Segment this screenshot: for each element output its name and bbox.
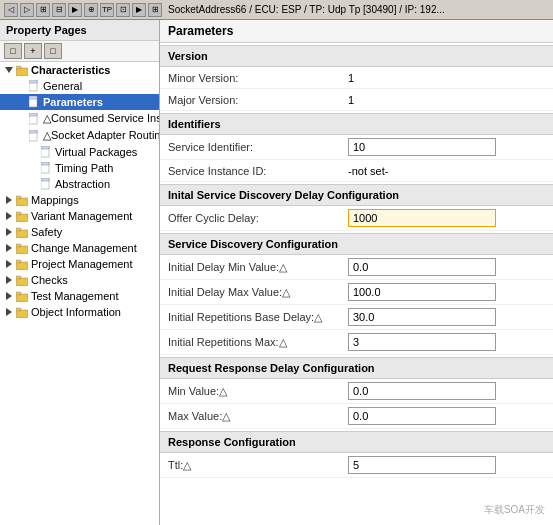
tree-item-label-abstraction: Abstraction xyxy=(55,178,110,190)
param-input-service-discovery-1[interactable] xyxy=(348,283,496,301)
param-label-version-0: Minor Version: xyxy=(168,72,348,84)
svg-rect-27 xyxy=(16,276,21,279)
tree-item-test[interactable]: Test Management xyxy=(0,288,159,304)
tree-item-label-checks: Checks xyxy=(31,274,68,286)
tree-item-variant[interactable]: Variant Management xyxy=(0,208,159,224)
tree-item-label-virtual: Virtual Packages xyxy=(55,146,137,158)
nav-icon-5[interactable]: ▶ xyxy=(68,3,82,17)
svg-rect-11 xyxy=(41,146,49,149)
param-row-version-0: Minor Version:1 xyxy=(160,67,553,89)
param-value-request-response-delay-0 xyxy=(348,382,545,400)
param-row-response-config-0: Ttl:△ xyxy=(160,453,553,478)
param-input-response-config-0[interactable] xyxy=(348,456,496,474)
tree-item-checks[interactable]: Checks xyxy=(0,272,159,288)
tree-item-general[interactable]: General xyxy=(0,78,159,94)
param-value-service-discovery-0 xyxy=(348,258,545,276)
toolbar-collapse-btn[interactable]: □ xyxy=(4,43,22,59)
param-value-version-0: 1 xyxy=(348,72,545,84)
nav-icon-7[interactable]: TP xyxy=(100,3,114,17)
param-value-response-config-0 xyxy=(348,456,545,474)
tree-item-change[interactable]: Change Management xyxy=(0,240,159,256)
nav-icon-9[interactable]: ▶ xyxy=(132,3,146,17)
expand-icon-socket-adapter xyxy=(16,131,26,141)
svg-rect-23 xyxy=(16,244,21,247)
nav-icon-8[interactable]: ⊡ xyxy=(116,3,130,17)
item-icon-change xyxy=(16,242,28,254)
item-icon-characteristics xyxy=(16,64,28,76)
tree-item-label-variant: Variant Management xyxy=(31,210,132,222)
expand-icon-mappings xyxy=(4,195,14,205)
nav-icon-4[interactable]: ⊟ xyxy=(52,3,66,17)
tree-item-label-mappings: Mappings xyxy=(31,194,79,206)
param-row-identifiers-1: Service Instance ID:-not set- xyxy=(160,160,553,182)
svg-rect-3 xyxy=(29,80,37,83)
tree-item-timing[interactable]: Timing Path xyxy=(0,160,159,176)
tree-item-label-characteristics: Characteristics xyxy=(31,64,111,76)
tree-container: Characteristics General Parameters △Cons… xyxy=(0,62,159,525)
svg-rect-1 xyxy=(16,66,21,69)
item-icon-parameters xyxy=(28,96,40,108)
item-icon-object xyxy=(16,306,28,318)
param-input-request-response-delay-1[interactable] xyxy=(348,407,496,425)
tree-item-label-test: Test Management xyxy=(31,290,118,302)
tree-item-label-parameters: Parameters xyxy=(43,96,103,108)
tree-item-label-timing: Timing Path xyxy=(55,162,113,174)
expand-icon-parameters xyxy=(16,97,26,107)
tree-item-parameters[interactable]: Parameters xyxy=(0,94,159,110)
toolbar-view-btn[interactable]: □ xyxy=(44,43,62,59)
param-value-version-1: 1 xyxy=(348,94,545,106)
param-input-service-discovery-0[interactable] xyxy=(348,258,496,276)
window-title: SocketAddress66 / ECU: ESP / TP: Udp Tp … xyxy=(162,4,549,15)
param-row-version-1: Major Version:1 xyxy=(160,89,553,111)
param-input-service-discovery-3[interactable] xyxy=(348,333,496,351)
nav-icon-1[interactable]: ◁ xyxy=(4,3,18,17)
toolbar-expand-btn[interactable]: + xyxy=(24,43,42,59)
svg-rect-15 xyxy=(41,178,49,181)
tree-item-object[interactable]: Object Information xyxy=(0,304,159,320)
tree-item-characteristics[interactable]: Characteristics xyxy=(0,62,159,78)
param-input-identifiers-0[interactable] xyxy=(348,138,496,156)
tree-item-project[interactable]: Project Management xyxy=(0,256,159,272)
param-row-identifiers-0: Service Identifier: xyxy=(160,135,553,160)
tree-item-abstraction[interactable]: Abstraction xyxy=(0,176,159,192)
item-icon-safety xyxy=(16,226,28,238)
item-icon-general xyxy=(28,80,40,92)
tree-item-label-safety: Safety xyxy=(31,226,62,238)
nav-icon-10[interactable]: ⊞ xyxy=(148,3,162,17)
param-input-request-response-delay-0[interactable] xyxy=(348,382,496,400)
nav-icon-6[interactable]: ⊕ xyxy=(84,3,98,17)
tree-item-label-object: Object Information xyxy=(31,306,121,318)
tree-item-safety[interactable]: Safety xyxy=(0,224,159,240)
param-row-request-response-delay-1: Max Value:△ xyxy=(160,404,553,429)
nav-icon-3[interactable]: ⊞ xyxy=(36,3,50,17)
param-value-identifiers-1: -not set- xyxy=(348,165,545,177)
tree-item-label-socket-adapter: △Socket Adapter Routing Groups xyxy=(43,129,159,142)
svg-rect-19 xyxy=(16,212,21,215)
section-header-service-discovery: Service Discovery Configuration xyxy=(160,233,553,255)
section-header-initial-service-discovery: Inital Service Discovery Delay Configura… xyxy=(160,184,553,206)
right-panel: Parameters VersionMinor Version:1Major V… xyxy=(160,20,553,525)
tree-item-label-project: Project Management xyxy=(31,258,133,270)
svg-rect-31 xyxy=(16,308,21,311)
param-row-service-discovery-3: Initial Repetitions Max:△ xyxy=(160,330,553,355)
param-input-initial-service-discovery-0[interactable] xyxy=(348,209,496,227)
nav-icon-2[interactable]: ▷ xyxy=(20,3,34,17)
item-icon-virtual xyxy=(40,146,52,158)
tree-item-virtual[interactable]: Virtual Packages xyxy=(0,144,159,160)
param-row-initial-service-discovery-0: Offer Cyclic Delay: xyxy=(160,206,553,231)
param-label-service-discovery-0: Initial Delay Min Value:△ xyxy=(168,261,348,274)
item-icon-socket-adapter xyxy=(28,130,40,142)
param-label-identifiers-0: Service Identifier: xyxy=(168,141,348,153)
tree-item-label-general: General xyxy=(43,80,82,92)
item-icon-test xyxy=(16,290,28,302)
tree-item-consumed[interactable]: △Consumed Service Instances xyxy=(0,110,159,127)
param-input-service-discovery-2[interactable] xyxy=(348,308,496,326)
section-header-response-config: Response Configuration xyxy=(160,431,553,453)
tree-item-socket-adapter[interactable]: △Socket Adapter Routing Groups xyxy=(0,127,159,144)
expand-icon-timing xyxy=(28,163,38,173)
panel-header: Property Pages xyxy=(0,20,159,41)
param-value-service-discovery-2 xyxy=(348,308,545,326)
param-label-request-response-delay-0: Min Value:△ xyxy=(168,385,348,398)
tree-item-mappings[interactable]: Mappings xyxy=(0,192,159,208)
panel-toolbar: □ + □ xyxy=(0,41,159,62)
